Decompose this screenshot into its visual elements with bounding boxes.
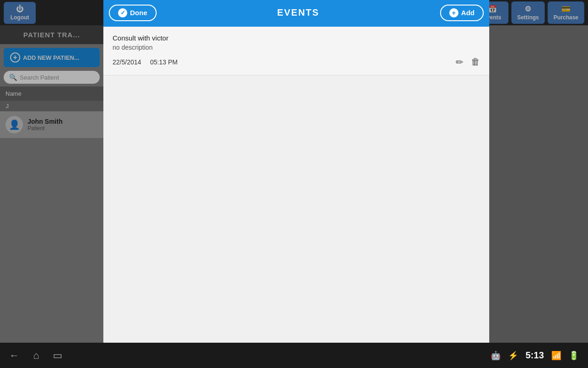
event-footer: 22/5/2014 05:13 PM ✏ 🗑 bbox=[113, 57, 480, 68]
battery-icon: 🔋 bbox=[569, 351, 579, 361]
done-label: Done bbox=[130, 9, 147, 17]
event-item: Consult with victor no description 22/5/… bbox=[103, 27, 489, 75]
usb-icon: ⚡ bbox=[508, 351, 518, 361]
wifi-icon: 📶 bbox=[551, 351, 561, 361]
event-title: Consult with victor bbox=[113, 34, 480, 42]
events-modal-header: ✓ Done EVENTS + Add bbox=[103, 0, 489, 25]
event-time: 05:13 PM bbox=[150, 58, 178, 66]
done-button[interactable]: ✓ Done bbox=[109, 5, 157, 21]
time-display: 5:13 bbox=[526, 350, 544, 361]
home-button[interactable]: ⌂ bbox=[33, 350, 39, 362]
add-event-label: Add bbox=[461, 9, 475, 17]
android-icon: 🤖 bbox=[491, 351, 501, 361]
add-event-button[interactable]: + Add bbox=[440, 5, 484, 21]
event-datetime: 22/5/2014 05:13 PM bbox=[113, 58, 178, 66]
event-actions: ✏ 🗑 bbox=[456, 57, 480, 68]
event-description: no description bbox=[113, 44, 480, 51]
add-plus-icon: + bbox=[449, 8, 458, 17]
check-icon: ✓ bbox=[118, 8, 127, 17]
events-modal: ✓ Done EVENTS + Add Consult with victor … bbox=[103, 0, 489, 343]
bottom-nav-right: 🤖 ⚡ 5:13 📶 🔋 bbox=[491, 350, 579, 361]
bottom-navigation: ← ⌂ ▭ 🤖 ⚡ 5:13 📶 🔋 bbox=[0, 343, 588, 368]
bottom-nav-left: ← ⌂ ▭ bbox=[9, 350, 62, 362]
edit-event-button[interactable]: ✏ bbox=[456, 57, 464, 68]
recents-button[interactable]: ▭ bbox=[53, 350, 62, 362]
events-modal-title: EVENTS bbox=[277, 7, 319, 18]
events-content: Consult with victor no description 22/5/… bbox=[103, 27, 489, 343]
back-button[interactable]: ← bbox=[9, 350, 19, 362]
event-date: 22/5/2014 bbox=[113, 58, 141, 66]
delete-event-button[interactable]: 🗑 bbox=[471, 57, 480, 68]
